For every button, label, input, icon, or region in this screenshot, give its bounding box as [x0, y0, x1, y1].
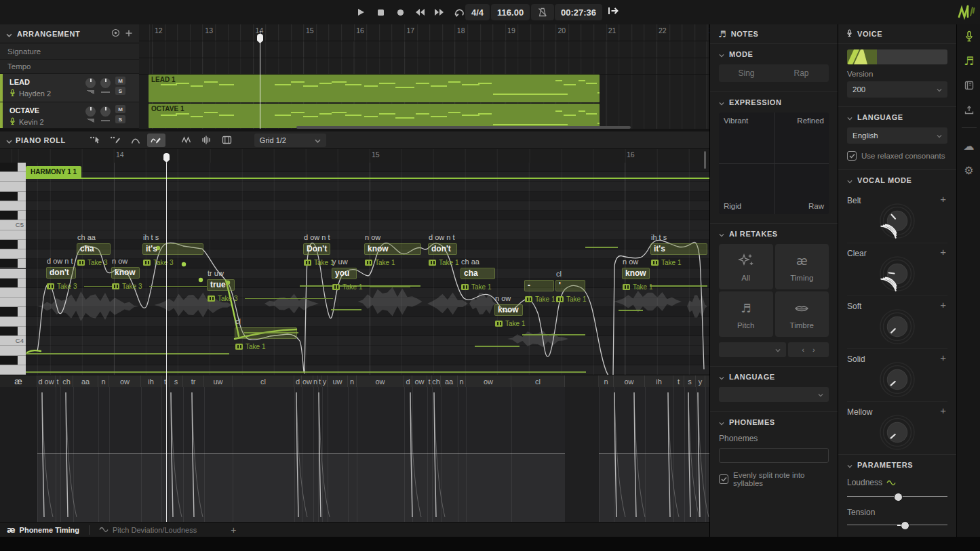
microphone-icon[interactable]	[957, 24, 980, 49]
vocal-mode-knob[interactable]	[877, 256, 918, 295]
cloud-icon[interactable]: ☁	[957, 134, 980, 158]
phoneme-boundary[interactable]	[294, 387, 295, 522]
timeline-lanes[interactable]: LEAD 1OCTAVE 1	[139, 41, 709, 129]
time-signature[interactable]: 4/4	[465, 4, 490, 20]
vocal-mode-knob[interactable]	[877, 203, 918, 242]
record-icon[interactable]	[111, 28, 120, 40]
phoneme-boundary[interactable]	[412, 387, 413, 522]
phoneme-segment[interactable]: d	[404, 375, 412, 387]
solo-button[interactable]: S	[115, 115, 125, 123]
phoneme-boundary[interactable]	[357, 387, 357, 522]
phoneme-segment[interactable]: cl	[233, 375, 294, 387]
note[interactable]	[235, 327, 297, 339]
solo-button[interactable]: S	[115, 87, 125, 95]
piano-roll-v-scrollbar[interactable]	[704, 151, 706, 169]
piano-key[interactable]	[0, 211, 26, 220]
retake-pitch-button[interactable]: ♬Pitch	[719, 291, 773, 337]
lane-row-tempo[interactable]: Tempo	[0, 60, 139, 74]
retake-tool[interactable]	[218, 134, 236, 147]
note[interactable]: know	[364, 243, 421, 255]
note[interactable]: know	[111, 267, 140, 279]
piano-key[interactable]	[0, 346, 26, 355]
phoneme-boundary[interactable]	[73, 387, 74, 522]
phoneme-boundary[interactable]	[614, 387, 614, 522]
phoneme-segment[interactable]: s	[684, 375, 696, 387]
phoneme-segment[interactable]: n	[599, 375, 614, 387]
phoneme-segment[interactable]: ih	[645, 375, 673, 387]
collapse-icon[interactable]	[847, 459, 852, 471]
take-chip[interactable]: Take 3	[112, 283, 142, 290]
phoneme-segment[interactable]: y	[322, 375, 328, 387]
phoneme-boundary[interactable]	[466, 387, 467, 522]
phonemes-input[interactable]	[719, 448, 829, 463]
loop-button[interactable]	[453, 6, 465, 18]
piano-key[interactable]: C5	[0, 220, 26, 230]
phoneme-segment[interactable]: ch	[60, 375, 73, 387]
slider-thumb[interactable]	[901, 521, 909, 530]
stop-button[interactable]	[374, 6, 387, 18]
library-icon[interactable]	[957, 73, 980, 98]
split-syllables-checkbox[interactable]: Evenly split note into syllables	[719, 471, 829, 487]
note[interactable]: -	[524, 280, 554, 291]
phoneme-boundary[interactable]	[696, 387, 697, 522]
collapse-piano-roll-icon[interactable]	[6, 134, 12, 146]
timeline-ruler[interactable]: 121314151617181920212223	[139, 24, 709, 41]
phoneme-segment[interactable]: n	[348, 375, 357, 387]
phoneme-segment[interactable]: ih	[141, 375, 161, 387]
phoneme-boundary[interactable]	[204, 387, 205, 522]
phoneme-boundary[interactable]	[322, 387, 323, 522]
add-vocal-mode-icon[interactable]: +	[940, 246, 946, 258]
dynamics-tool[interactable]	[197, 134, 216, 147]
phoneme-boundary[interactable]	[599, 387, 600, 522]
voice-language-select[interactable]: English	[847, 127, 947, 144]
clip-lead-1[interactable]: LEAD 1	[149, 75, 600, 102]
phoneme-boundary[interactable]	[432, 387, 433, 522]
note[interactable]: true	[207, 279, 235, 291]
phoneme-segment[interactable]: uw	[204, 375, 233, 387]
take-chip[interactable]: Take 1	[623, 283, 652, 291]
take-chip[interactable]: Take 1	[495, 320, 525, 327]
collapse-icon[interactable]	[719, 96, 724, 108]
mute-button[interactable]: M	[115, 105, 125, 113]
take-chip[interactable]: Take 1	[235, 343, 265, 350]
pan-knob[interactable]	[100, 106, 111, 117]
pitch-draw-tool[interactable]	[147, 134, 165, 147]
phoneme-segment[interactable]: tr	[183, 375, 204, 387]
volume-knob[interactable]	[85, 78, 96, 88]
collapse-arrangement-icon[interactable]	[6, 28, 12, 40]
phoneme-segment[interactable]: n	[313, 375, 318, 387]
phoneme-boundary[interactable]	[302, 387, 302, 522]
phoneme-boundary[interactable]	[141, 387, 142, 522]
phoneme-boundary[interactable]	[183, 387, 184, 522]
take-chip[interactable]: Take 1	[556, 295, 586, 303]
phoneme-segment[interactable]: ow	[466, 375, 511, 387]
phoneme-bar[interactable]: æd owtchaanowihtstruwcldowntyuwnowdowtch…	[0, 375, 709, 387]
export-icon[interactable]	[957, 98, 980, 122]
note[interactable]: don't	[46, 267, 76, 279]
note[interactable]: know	[622, 268, 650, 279]
phoneme-boundary[interactable]	[60, 387, 61, 522]
vocal-mode-knob[interactable]	[877, 414, 918, 453]
collapse-icon[interactable]	[719, 371, 724, 383]
voice-avatar[interactable]	[847, 49, 947, 64]
piano-roll-grid[interactable]: C5C4d ow n tdon'tTake 3ch aachaTake 3n o…	[0, 163, 709, 375]
note[interactable]: it's	[142, 243, 203, 255]
piano-key[interactable]	[0, 201, 26, 211]
tension-slider[interactable]	[847, 521, 947, 529]
settings-icon[interactable]: ⚙	[957, 158, 980, 182]
tempo-value[interactable]: 116.00	[491, 4, 530, 20]
note[interactable]: cha	[77, 243, 111, 255]
piano-key[interactable]	[0, 288, 26, 298]
phoneme-segment[interactable]: aa	[73, 375, 98, 387]
retake-select[interactable]	[719, 342, 786, 357]
piano-key[interactable]	[0, 317, 26, 327]
collapse-icon[interactable]	[719, 416, 724, 428]
piano-key[interactable]	[0, 269, 26, 279]
piano-roll-ruler[interactable]: 141516	[0, 149, 709, 163]
phoneme-segment[interactable]: t	[673, 375, 684, 387]
mode-option-rap[interactable]: Rap	[774, 64, 829, 82]
phoneme-timing-editor[interactable]	[0, 387, 709, 522]
phoneme-boundary[interactable]	[56, 387, 56, 522]
lane-row-signature[interactable]: Signature	[0, 43, 139, 60]
note[interactable]: you	[332, 268, 357, 279]
